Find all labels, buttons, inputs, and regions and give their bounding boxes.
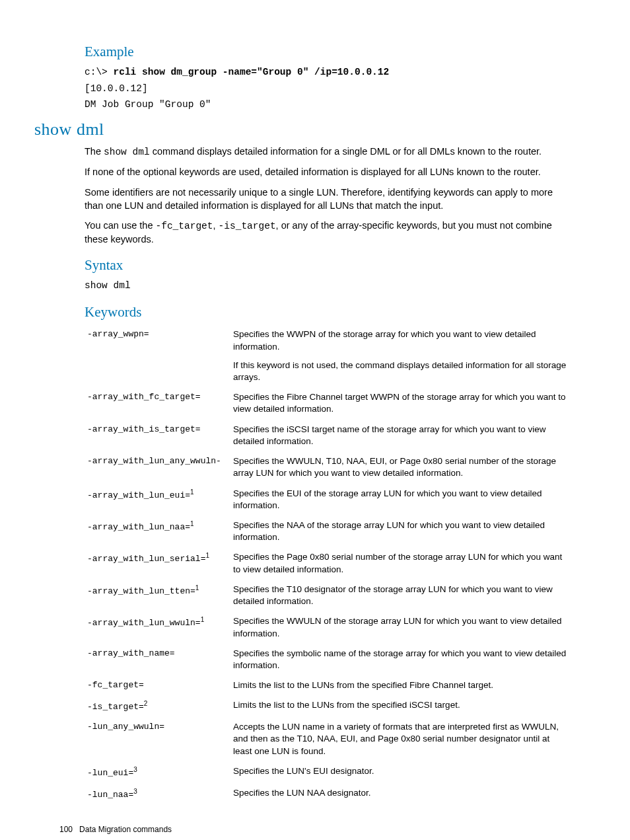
document-page: Example c:\> rcli show dm_group -name="G… <box>0 0 630 840</box>
keyword-row: -array_with_lun_eui=1Specifies the EUI o… <box>85 484 571 515</box>
footnote-ref: 3 <box>133 766 137 773</box>
footnote-ref: 3 <box>133 788 137 795</box>
keyword-name: -lun_eui=3 <box>85 761 233 783</box>
keyword-row: -lun_naa=3Specifies the LUN NAA designat… <box>85 783 571 805</box>
body-paragraph: Some identifiers are not necessarily uni… <box>85 186 571 213</box>
keyword-row: -array_with_lun_naa=1Specifies the NAA o… <box>85 515 571 547</box>
inline-code: show dml <box>104 147 150 157</box>
syntax-heading: Syntax <box>85 257 571 274</box>
keyword-name: -array_with_lun_any_wwuln- <box>85 451 233 483</box>
keyword-description: Specifies the Fibre Channel target WWPN … <box>233 387 571 419</box>
text-span: The <box>85 146 104 157</box>
example-code-block: c:\> rcli show dm_group -name="Group 0" … <box>85 64 571 113</box>
example-heading: Example <box>85 44 571 60</box>
keyword-row: -is_target=2Limits the list to the LUNs … <box>85 695 571 717</box>
keyword-row: -array_with_lun_tten=1Specifies the T10 … <box>85 580 571 611</box>
footnote-ref: 1 <box>205 552 209 559</box>
body-paragraph: The show dml command displays detailed i… <box>85 145 571 159</box>
keyword-name: -lun_naa=3 <box>85 783 233 805</box>
footnote-ref: 1 <box>201 616 205 623</box>
keyword-description: Specifies the Page 0x80 serial number of… <box>233 547 571 579</box>
page-footer: 100 Data Migration commands <box>59 825 571 834</box>
code-output-line: DM Job Group "Group 0" <box>85 99 211 110</box>
keyword-description: Limits the list to the LUNs from the spe… <box>233 695 571 717</box>
keyword-name: -array_with_lun_serial=1 <box>85 547 233 579</box>
footnote-ref: 1 <box>195 584 199 592</box>
inline-code: -is_target <box>219 221 276 231</box>
keyword-name: -array_with_fc_target= <box>85 387 233 419</box>
code-prompt: c:\> <box>85 67 114 77</box>
keyword-name: -array_with_lun_naa=1 <box>85 515 233 547</box>
text-span: command displays detailed information fo… <box>150 146 542 157</box>
keyword-description: Specifies the NAA of the storage array L… <box>233 515 571 547</box>
footnote-ref: 1 <box>190 488 194 496</box>
keyword-description: Specifies the EUI of the storage array L… <box>233 484 571 515</box>
keyword-description: Specifies the T10 designator of the stor… <box>233 580 571 611</box>
keyword-row: -array_with_is_target=Specifies the iSCS… <box>85 420 571 451</box>
keyword-row: -array_with_name=Specifies the symbolic … <box>85 644 571 675</box>
keyword-row: -fc_target=Limits the list to the LUNs f… <box>85 675 571 695</box>
keyword-name: -array_wwpn= <box>85 325 233 387</box>
text-span: You can use the <box>85 220 156 231</box>
keyword-row: -array_with_lun_serial=1Specifies the Pa… <box>85 547 571 579</box>
command-title: show dml <box>34 120 571 139</box>
keyword-name: -array_with_lun_tten=1 <box>85 580 233 611</box>
footnote-ref: 1 <box>190 520 194 527</box>
syntax-text: show dml <box>85 278 571 294</box>
keyword-description: Specifies the WWPN of the storage array … <box>233 325 571 387</box>
keyword-name: -lun_any_wwuln= <box>85 717 233 761</box>
body-paragraph: You can use the -fc_target, -is_target, … <box>85 219 571 247</box>
keyword-name: -array_with_name= <box>85 644 233 675</box>
text-span: , <box>213 220 219 231</box>
keyword-row: -array_with_lun_wwuln=1Specifies the WWU… <box>85 611 571 643</box>
keyword-name: -array_with_lun_wwuln=1 <box>85 611 233 643</box>
keyword-row: -array_with_fc_target=Specifies the Fibr… <box>85 387 571 419</box>
keyword-row: -array_with_lun_any_wwuln-Specifies the … <box>85 451 571 483</box>
keyword-description: Accepts the LUN name in a variety of for… <box>233 717 571 761</box>
footnote-ref: 2 <box>144 700 148 707</box>
page-number: 100 <box>59 825 73 834</box>
keyword-description: Limits the list to the LUNs from the spe… <box>233 675 571 695</box>
keyword-description: Specifies the WWULN, T10, NAA, EUI, or P… <box>233 451 571 483</box>
keyword-description: Specifies the LUN's EUI designator. <box>233 761 571 783</box>
body-paragraph: If none of the optional keywords are use… <box>85 165 571 178</box>
keyword-description-extra: If this keyword is not used, the command… <box>233 360 567 383</box>
keyword-row: -array_wwpn=Specifies the WWPN of the st… <box>85 325 571 387</box>
code-output-line: [10.0.0.12] <box>85 83 148 94</box>
keyword-description: Specifies the symbolic name of the stora… <box>233 644 571 675</box>
keyword-name: -array_with_lun_eui=1 <box>85 484 233 515</box>
keyword-description: Specifies the iSCSI target name of the s… <box>233 420 571 451</box>
footer-label: Data Migration commands <box>79 825 172 834</box>
keywords-heading: Keywords <box>85 304 571 321</box>
keyword-row: -lun_eui=3Specifies the LUN's EUI design… <box>85 761 571 783</box>
code-command: rcli show dm_group -name="Group 0" /ip=1… <box>114 67 390 77</box>
inline-code: -fc_target <box>156 221 213 231</box>
keyword-description: Specifies the WWULN of the storage array… <box>233 611 571 643</box>
keyword-description: Specifies the LUN NAA designator. <box>233 783 571 805</box>
keyword-name: -array_with_is_target= <box>85 420 233 451</box>
keywords-table: -array_wwpn=Specifies the WWPN of the st… <box>85 325 571 804</box>
keyword-name: -fc_target= <box>85 675 233 695</box>
keyword-row: -lun_any_wwuln=Accepts the LUN name in a… <box>85 717 571 761</box>
keyword-name: -is_target=2 <box>85 695 233 717</box>
